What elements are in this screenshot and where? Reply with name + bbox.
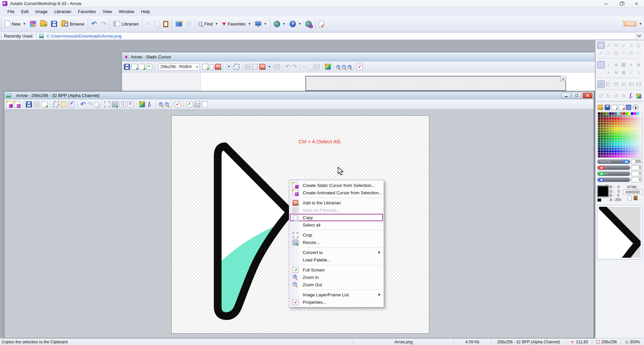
load-palette-button[interactable] bbox=[598, 105, 603, 110]
doc-undo-button[interactable]: ↶ bbox=[80, 101, 86, 107]
palette-swatch[interactable] bbox=[639, 115, 642, 117]
filled-rectangle-tool-button[interactable] bbox=[612, 49, 620, 57]
palette-swatch[interactable] bbox=[623, 122, 625, 125]
palette-swatch[interactable] bbox=[626, 153, 628, 155]
duplicate-image-button[interactable] bbox=[139, 64, 145, 70]
palette-swatch[interactable] bbox=[598, 130, 600, 133]
select-tool-button[interactable] bbox=[53, 101, 59, 107]
palette-swatch[interactable] bbox=[620, 117, 622, 120]
palette-swatch[interactable] bbox=[626, 128, 628, 130]
palette-swatch[interactable] bbox=[628, 138, 631, 140]
palette-swatch[interactable] bbox=[612, 125, 614, 128]
palette-swatch[interactable] bbox=[623, 133, 625, 135]
menu-item-crop[interactable]: Crop bbox=[290, 231, 383, 239]
palette-swatch[interactable] bbox=[603, 153, 606, 155]
pan-tool-button[interactable] bbox=[61, 101, 67, 107]
palette-swatch[interactable] bbox=[609, 128, 611, 130]
palette-swatch[interactable] bbox=[631, 130, 633, 133]
palette-swatch[interactable] bbox=[606, 117, 609, 120]
gradient-solid-button[interactable] bbox=[597, 81, 605, 88]
palette-swatch[interactable] bbox=[620, 115, 622, 117]
palette-swatch[interactable] bbox=[628, 153, 631, 155]
palette-swatch[interactable] bbox=[617, 122, 619, 125]
opacity-value[interactable]: 255 bbox=[632, 159, 642, 164]
swap-colors-icon[interactable]: ⤴ bbox=[605, 184, 607, 188]
restore-button[interactable] bbox=[614, 0, 629, 7]
palette-swatch[interactable] bbox=[639, 155, 642, 158]
size-sq-large-button[interactable] bbox=[620, 61, 628, 68]
menu-file[interactable]: File bbox=[4, 8, 18, 15]
open-button[interactable] bbox=[38, 20, 49, 28]
palette-swatch[interactable] bbox=[606, 145, 609, 148]
palette-swatch[interactable] bbox=[601, 115, 603, 117]
size-slash-button[interactable] bbox=[628, 69, 635, 76]
palette-swatch[interactable] bbox=[614, 133, 617, 135]
palette-swatch[interactable] bbox=[617, 120, 619, 122]
size-current-button[interactable] bbox=[597, 61, 605, 68]
doc-minimize-button[interactable] bbox=[561, 93, 571, 98]
eyedropper-tool-button[interactable] bbox=[605, 42, 612, 49]
web-dropdown-arrow[interactable]: ▼ bbox=[283, 22, 286, 26]
palette-swatch[interactable] bbox=[628, 150, 631, 153]
favorites-dropdown-arrow[interactable]: ▼ bbox=[248, 22, 251, 26]
palette-swatch[interactable] bbox=[606, 130, 609, 133]
view-transparency-toggle[interactable] bbox=[267, 64, 273, 70]
size-dot-large-button[interactable] bbox=[620, 69, 628, 76]
palette-swatch[interactable] bbox=[626, 117, 628, 120]
palette-swatch[interactable] bbox=[628, 140, 631, 143]
palette-swatch[interactable] bbox=[623, 120, 625, 122]
palette-swatch[interactable] bbox=[606, 155, 609, 158]
add-color-button[interactable] bbox=[612, 105, 617, 110]
palette-swatch[interactable] bbox=[623, 117, 625, 120]
palette-swatch[interactable] bbox=[617, 150, 619, 153]
palette-swatch[interactable] bbox=[637, 117, 639, 120]
palette-swatch[interactable] bbox=[598, 145, 600, 148]
red-value[interactable]: 0 bbox=[632, 165, 642, 170]
palette-swatch[interactable] bbox=[606, 122, 609, 125]
palette-swatch[interactable] bbox=[631, 155, 633, 158]
palette-swatch[interactable] bbox=[601, 112, 603, 115]
palette-swatch[interactable] bbox=[603, 122, 606, 125]
palette-swatch[interactable] bbox=[631, 140, 633, 143]
pencil-tool-button[interactable] bbox=[620, 42, 628, 49]
palette-swatch[interactable] bbox=[609, 153, 611, 155]
blue-slider[interactable]: Blue ◀▶ bbox=[597, 178, 630, 182]
find-dropdown-arrow[interactable]: ▼ bbox=[215, 22, 218, 26]
scroll-up-button[interactable]: ▲ bbox=[560, 76, 566, 81]
palette-swatch[interactable] bbox=[612, 130, 614, 133]
palette-swatch[interactable] bbox=[609, 140, 611, 143]
hotspot-tool-button[interactable] bbox=[226, 64, 232, 70]
palette-swatch[interactable] bbox=[609, 135, 611, 138]
minimize-button[interactable] bbox=[599, 0, 614, 7]
recent-expand-chevron-icon[interactable] bbox=[637, 33, 641, 37]
help-button[interactable]: ? ▼ bbox=[288, 19, 303, 29]
doc-zoom-in-button[interactable] bbox=[159, 102, 163, 106]
palette-swatch[interactable] bbox=[637, 112, 639, 115]
ellipse-tool-button[interactable] bbox=[620, 49, 628, 57]
palette-swatch[interactable] bbox=[612, 117, 614, 120]
palette-swatch[interactable] bbox=[639, 145, 642, 148]
menu-librarian[interactable]: Librarian bbox=[51, 8, 75, 15]
palette-swatch[interactable] bbox=[598, 115, 600, 117]
palette-swatch[interactable] bbox=[631, 135, 633, 138]
selection-tool-button[interactable] bbox=[597, 42, 605, 49]
palette-swatch[interactable] bbox=[598, 153, 600, 155]
palette-swatch[interactable] bbox=[628, 155, 631, 158]
palette-swatch[interactable] bbox=[606, 120, 609, 122]
palette-swatch[interactable] bbox=[609, 143, 611, 145]
eraser-tool-button[interactable] bbox=[612, 42, 620, 49]
palette-swatch[interactable] bbox=[609, 117, 611, 120]
palette-swatch[interactable] bbox=[639, 133, 642, 135]
preview-dropdown-arrow[interactable]: ▼ bbox=[264, 22, 267, 26]
palette-swatch[interactable] bbox=[617, 125, 619, 128]
palette-swatch[interactable] bbox=[639, 128, 642, 130]
doc-close-button[interactable]: ✕ bbox=[583, 93, 592, 98]
palette-swatch[interactable] bbox=[614, 120, 617, 122]
palette-swatch[interactable] bbox=[623, 130, 625, 133]
palette-swatch[interactable] bbox=[639, 148, 642, 150]
palette-swatch[interactable] bbox=[628, 115, 631, 117]
palette-swatch[interactable] bbox=[617, 145, 619, 148]
preview-button[interactable]: ▼ bbox=[253, 20, 269, 28]
palette-swatch[interactable] bbox=[598, 143, 600, 145]
html-color-value[interactable]: #000000 bbox=[623, 189, 642, 194]
